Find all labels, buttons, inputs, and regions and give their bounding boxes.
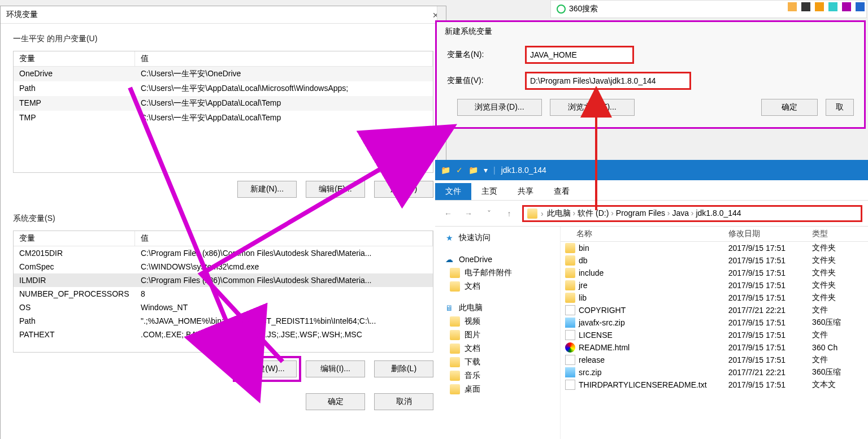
- header-value[interactable]: 值: [135, 51, 433, 66]
- list-item[interactable]: LICENSE 2017/9/15 17:51文件: [561, 329, 868, 341]
- history-icon[interactable]: ˅: [481, 209, 496, 218]
- list-item[interactable]: lib 2017/9/15 17:51文件夹: [561, 292, 868, 304]
- up-icon[interactable]: ↑: [502, 209, 517, 218]
- browser-tab-label: 360搜索: [569, 4, 598, 14]
- sidebar-item[interactable]: 桌面: [439, 383, 557, 396]
- tab-share[interactable]: 共享: [507, 183, 544, 200]
- window-title: jdk1.8.0_144: [501, 166, 546, 175]
- new-system-variable-dialog: 新建系统变量 变量名(N): 变量值(V): 浏览目录(D)... 浏览文件(F…: [435, 20, 866, 129]
- folder-icon: 📁: [468, 166, 478, 175]
- file-icon: [565, 305, 575, 315]
- html-icon: [565, 342, 575, 353]
- list-item[interactable]: db 2017/9/15 17:51文件夹: [561, 254, 868, 267]
- ribbon: 文件 主页 共享 查看: [435, 180, 868, 201]
- sidebar-item[interactable]: 电子邮件附件: [439, 266, 557, 280]
- col-date[interactable]: 修改日期: [728, 229, 812, 239]
- back-icon[interactable]: ←: [441, 209, 455, 218]
- edit-user-var-button[interactable]: 编辑(E)...: [306, 181, 365, 198]
- list-item[interactable]: jre 2017/9/15 17:51文件夹: [561, 279, 868, 292]
- dialog-titlebar: 环境变量 ✕: [1, 6, 446, 24]
- list-item[interactable]: include 2017/9/15 17:51文件夹: [561, 267, 868, 279]
- forward-icon[interactable]: →: [461, 209, 476, 218]
- folder-icon: [565, 243, 575, 253]
- system-tray: [788, 2, 865, 11]
- list-item[interactable]: COPYRIGHT 2017/7/21 22:21文件: [561, 304, 868, 316]
- var-value-label: 变量值(V):: [447, 76, 515, 86]
- file-icon: [565, 380, 575, 390]
- cancel-button[interactable]: 取消: [374, 393, 433, 410]
- sidebar-item[interactable]: 文档: [439, 280, 557, 293]
- ok-button[interactable]: 确定: [761, 99, 818, 116]
- delete-sys-var-button[interactable]: 删除(L): [374, 360, 433, 377]
- table-row[interactable]: OSWindows_NT: [14, 301, 433, 314]
- explorer-titlebar: 📁 ✓ 📁 ▾ | jdk1.8.0_144: [435, 160, 868, 180]
- header-variable[interactable]: 变量: [14, 231, 135, 246]
- sidebar-item[interactable]: 文档: [439, 342, 557, 355]
- file-icon: [565, 355, 575, 365]
- header-value[interactable]: 值: [135, 231, 433, 246]
- list-item[interactable]: release 2017/9/15 17:51文件: [561, 354, 868, 366]
- table-row[interactable]: TEMPC:\Users\一生平安\AppData\Local\Temp: [14, 96, 433, 111]
- delete-user-var-button[interactable]: 删除(D): [374, 181, 433, 198]
- var-name-input[interactable]: [526, 47, 633, 63]
- address-bar[interactable]: › 此电脑 › 软件 (D:) › Program Files › Java ›…: [522, 205, 862, 222]
- environment-variables-dialog: 环境变量 ✕ 一生平安 的用户变量(U) 变量 值 OneDriveC:\Use…: [0, 6, 446, 439]
- chevron-down-icon[interactable]: ▾: [484, 166, 488, 175]
- breadcrumb-item[interactable]: Program Files: [616, 208, 665, 218]
- sidebar-item-onedrive[interactable]: ☁OneDrive: [439, 253, 557, 266]
- table-row[interactable]: PathC:\Users\一生平安\AppData\Local\Microsof…: [14, 81, 433, 96]
- cancel-button[interactable]: 取: [826, 99, 854, 116]
- zip-icon: [565, 318, 575, 328]
- file-icon: [565, 330, 575, 340]
- sidebar-item[interactable]: 视频: [439, 315, 557, 328]
- user-vars-table: 变量 值 OneDriveC:\Users\一生平安\OneDrive Path…: [13, 51, 433, 173]
- sidebar-item-thispc[interactable]: 🖥此电脑: [439, 301, 557, 315]
- file-explorer: 📁 ✓ 📁 ▾ | jdk1.8.0_144 文件 主页 共享 查看 ← → ˅…: [435, 160, 868, 439]
- breadcrumb-item[interactable]: 此电脑: [547, 208, 571, 218]
- table-row[interactable]: TMPC:\Users\一生平安\AppData\Local\Temp: [14, 111, 433, 125]
- favicon-icon: [557, 5, 566, 14]
- table-row[interactable]: PATHEXT.COM;.EXE;.BAT;.CMD;.VBS;.VBE;.JS…: [14, 328, 433, 341]
- list-item[interactable]: bin 2017/9/15 17:51文件夹: [561, 242, 868, 254]
- table-row[interactable]: OneDriveC:\Users\一生平安\OneDrive: [14, 67, 433, 81]
- list-item[interactable]: README.html 2017/9/15 17:51360 Ch: [561, 341, 868, 354]
- sidebar-item[interactable]: 下载: [439, 355, 557, 369]
- tab-home[interactable]: 主页: [471, 183, 507, 200]
- breadcrumb-item[interactable]: Java: [672, 208, 689, 218]
- file-list: 名称 修改日期 类型 bin 2017/9/15 17:51文件夹 db 201…: [561, 227, 868, 439]
- tab-file[interactable]: 文件: [435, 183, 471, 200]
- list-item[interactable]: javafx-src.zip 2017/9/15 17:51360压缩: [561, 316, 868, 329]
- new-user-var-button[interactable]: 新建(N)...: [237, 181, 297, 198]
- browse-file-button[interactable]: 浏览文件(F)...: [550, 99, 635, 116]
- folder-icon: [565, 255, 575, 266]
- sidebar-item[interactable]: 图片: [439, 328, 557, 342]
- new-sys-var-button[interactable]: 新建(W)...: [237, 360, 297, 377]
- ok-button[interactable]: 确定: [306, 393, 365, 410]
- table-row[interactable]: NUMBER_OF_PROCESSORS8: [14, 287, 433, 301]
- sys-vars-label: 系统变量(S): [13, 214, 433, 224]
- folder-icon: [565, 280, 575, 290]
- edit-sys-var-button[interactable]: 编辑(I)...: [306, 360, 365, 377]
- var-name-label: 变量名(N):: [447, 50, 515, 60]
- browse-dir-button[interactable]: 浏览目录(D)...: [457, 99, 542, 116]
- col-name[interactable]: 名称: [561, 229, 728, 239]
- explorer-sidebar: ★快速访问 ☁OneDrive 电子邮件附件文档 🖥此电脑 视频图片文档下载音乐…: [435, 227, 561, 439]
- folder-icon: [565, 293, 575, 303]
- sidebar-item-quickaccess[interactable]: ★快速访问: [439, 231, 557, 245]
- table-row[interactable]: ComSpecC:\WINDOWS\system32\cmd.exe: [14, 260, 433, 273]
- user-vars-label: 一生平安 的用户变量(U): [13, 34, 433, 44]
- dialog-title: 新建系统变量: [437, 22, 864, 41]
- breadcrumb-item[interactable]: jdk1.8.0_144: [696, 208, 741, 218]
- breadcrumb-item[interactable]: 软件 (D:): [578, 208, 609, 218]
- var-value-input[interactable]: [526, 73, 690, 89]
- table-row[interactable]: Path".;%JAVA_HOME%\bin;";%C_EM64T_REDIST…: [14, 314, 433, 328]
- col-type[interactable]: 类型: [812, 229, 868, 239]
- sidebar-item[interactable]: 音乐: [439, 369, 557, 383]
- system-vars-table: 变量 值 CM2015DIRC:\Program Files (x86)\Com…: [13, 231, 433, 353]
- list-item[interactable]: THIRDPARTYLICENSEREADME.txt 2017/9/15 17…: [561, 379, 868, 391]
- list-item[interactable]: src.zip 2017/7/21 22:21360压缩: [561, 366, 868, 379]
- table-row[interactable]: ILMDIRC:\Program Files (x86)\Common File…: [14, 273, 433, 287]
- header-variable[interactable]: 变量: [14, 51, 135, 66]
- tab-view[interactable]: 查看: [544, 183, 580, 200]
- table-row[interactable]: CM2015DIRC:\Program Files (x86)\Common F…: [14, 246, 433, 260]
